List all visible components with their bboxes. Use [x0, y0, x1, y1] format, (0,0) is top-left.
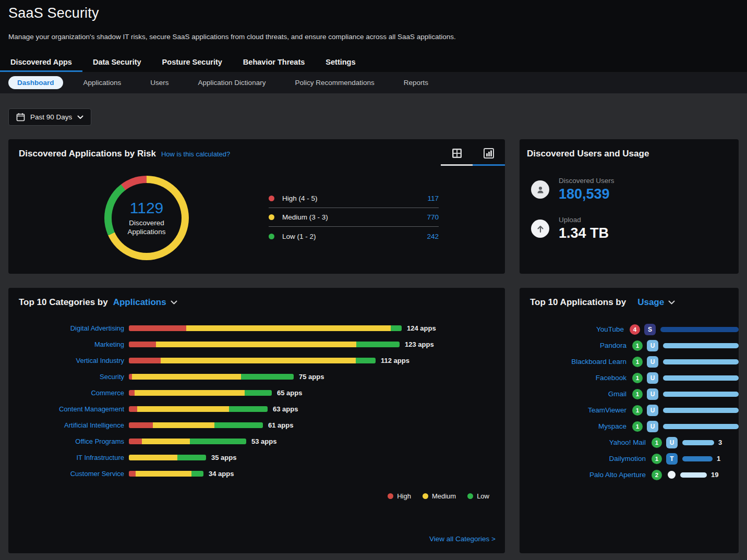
application-label[interactable]: Pandora	[530, 342, 626, 349]
application-label[interactable]: Palo Alto Aperture	[530, 471, 646, 479]
usage-bar	[682, 440, 714, 445]
application-row-yahoo-mail: Yahoo! Mail1U3	[520, 434, 739, 451]
sanction-tag-U: U	[647, 388, 658, 400]
category-bar	[129, 358, 376, 363]
category-bar	[129, 439, 246, 444]
tab-behavior-threats[interactable]: Behavior Threats	[233, 53, 315, 72]
sanction-tag-U: U	[647, 356, 658, 368]
view-all-categories-link[interactable]: View all Categories >	[429, 535, 496, 543]
usage-value: 3	[718, 439, 722, 446]
categories-metric-selector[interactable]: Applications	[113, 297, 177, 308]
application-row-facebook: Facebook1U	[520, 370, 739, 386]
category-value: 34 apps	[209, 470, 234, 478]
subtab-users[interactable]: Users	[141, 76, 177, 89]
application-label[interactable]: Gmail	[530, 390, 626, 398]
upload-value: 1.34 TB	[559, 225, 609, 241]
category-row-artificial-intelligence: Artificial Intelligence61 apps	[8, 417, 505, 433]
risk-legend-row-low: Low (1 - 2)242	[269, 227, 439, 246]
risk-score-badge: 1	[632, 389, 643, 399]
page-title: SaaS Security	[8, 5, 739, 21]
tab-data-security[interactable]: Data Security	[82, 53, 152, 72]
risk-score-badge: 1	[632, 357, 643, 367]
risk-legend-value[interactable]: 242	[427, 233, 439, 240]
risk-legend-value[interactable]: 770	[427, 213, 439, 221]
medium-risk-dot	[269, 214, 274, 220]
top-applications-card: Top 10 Applications by Usage YouTube4SPa…	[520, 288, 739, 553]
subtab-dashboard[interactable]: Dashboard	[8, 76, 63, 89]
category-row-marketing: Marketing123 apps	[8, 336, 505, 352]
category-label[interactable]: Customer Service	[8, 470, 124, 478]
category-bar	[129, 406, 268, 412]
application-row-gmail: Gmail1U	[520, 386, 739, 402]
bar-segment-lo	[356, 342, 400, 347]
application-row-myspace: Myspace1U	[520, 418, 739, 434]
application-label[interactable]: YouTube	[530, 325, 624, 333]
legend-item-low: Low	[467, 492, 489, 500]
category-label[interactable]: IT Infrastructure	[8, 454, 124, 461]
users-usage-card: Discovered Users and Usage Discovered Us…	[520, 139, 739, 274]
subtab-application-dictionary[interactable]: Application Dictionary	[189, 76, 275, 89]
category-label[interactable]: Commerce	[8, 389, 124, 397]
bar-segment-hi	[129, 390, 135, 396]
bar-segment-me	[156, 342, 356, 347]
application-row-dailymotion: Dailymotion1T1	[520, 451, 739, 467]
bar-segment-lo	[245, 390, 272, 396]
usage-bar	[663, 392, 739, 397]
category-bar	[129, 390, 272, 396]
application-label[interactable]: Dailymotion	[530, 455, 646, 462]
risk-card: Discovered Applications by Risk How is t…	[8, 139, 505, 274]
risk-legend-row-high: High (4 - 5)117	[269, 189, 439, 208]
date-range-label: Past 90 Days	[30, 113, 72, 121]
bar-segment-lo	[391, 325, 402, 331]
sanction-tag-S: S	[644, 324, 656, 335]
risk-legend-value[interactable]: 117	[427, 194, 439, 202]
application-label[interactable]: Blackboard Learn	[530, 358, 626, 366]
category-bar	[129, 374, 294, 380]
bar-segment-me	[161, 358, 356, 363]
category-label[interactable]: Artificial Intelligence	[8, 421, 124, 429]
subtab-policy-recommendations[interactable]: Policy Recommendations	[286, 76, 383, 89]
category-value: 112 apps	[381, 357, 409, 364]
risk-color-legend: HighMediumLow	[388, 492, 489, 500]
application-label[interactable]: TeamViewer	[530, 406, 626, 414]
date-range-button[interactable]: Past 90 Days	[8, 108, 91, 126]
application-label[interactable]: Yahoo! Mail	[530, 439, 646, 446]
medium-dot	[423, 493, 428, 499]
top-categories-card: Top 10 Categories by Applications Digita…	[8, 288, 505, 553]
applications-metric-selector[interactable]: Usage	[637, 297, 675, 308]
tab-posture-security[interactable]: Posture Security	[152, 53, 233, 72]
grid-view-button[interactable]	[441, 145, 473, 161]
chevron-down-icon	[171, 300, 177, 305]
subtab-reports[interactable]: Reports	[395, 76, 437, 89]
category-label[interactable]: Content Management	[8, 405, 124, 413]
tab-discovered-apps[interactable]: Discovered Apps	[0, 53, 82, 72]
how-calculated-link[interactable]: How is this calculated?	[161, 150, 230, 158]
category-bar	[129, 455, 206, 460]
chevron-down-icon	[668, 300, 675, 305]
category-value: 124 apps	[407, 324, 436, 332]
legend-label: Medium	[432, 492, 456, 500]
application-label[interactable]: Myspace	[530, 422, 626, 430]
category-row-security: Security75 apps	[8, 369, 505, 385]
category-label[interactable]: Security	[8, 373, 124, 381]
bar-segment-me	[135, 390, 245, 396]
chart-view-button[interactable]	[473, 145, 504, 161]
bar-segment-hi	[129, 471, 136, 477]
usage-bar	[663, 343, 739, 348]
risk-score-badge: 2	[652, 470, 662, 480]
risk-score-badge: 1	[652, 437, 662, 448]
bar-segment-hi	[129, 358, 161, 363]
category-value: 63 apps	[273, 405, 298, 413]
primary-tabs: Discovered AppsData SecurityPosture Secu…	[0, 53, 747, 72]
category-value: 65 apps	[277, 389, 302, 397]
tab-settings[interactable]: Settings	[315, 53, 366, 72]
category-label[interactable]: Marketing	[8, 340, 124, 348]
application-label[interactable]: Facebook	[530, 374, 626, 382]
category-label[interactable]: Office Programs	[8, 437, 124, 445]
upload-arrow-icon	[531, 220, 549, 238]
category-label[interactable]: Digital Advertising	[8, 324, 124, 332]
category-label[interactable]: Vertical Industry	[8, 357, 124, 364]
page-header: SaaS Security Manage your organization's…	[0, 0, 747, 72]
discovered-applications-label: Discovered Applications	[128, 219, 166, 237]
subtab-applications[interactable]: Applications	[75, 76, 130, 89]
